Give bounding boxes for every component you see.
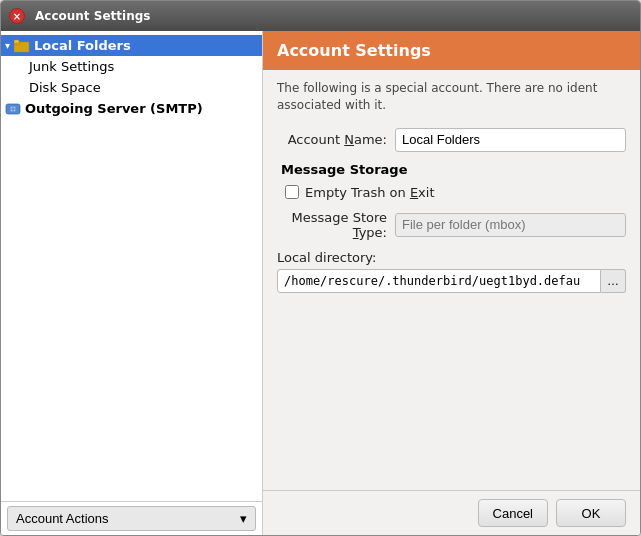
local-directory-input-wrap: … <box>277 269 626 293</box>
sidebar-item-label-disk-space: Disk Space <box>29 80 101 95</box>
message-store-type-row: Message Store Type: <box>277 210 626 240</box>
local-directory-input[interactable] <box>277 269 601 293</box>
panel-body: The following is a special account. Ther… <box>263 70 640 490</box>
cancel-button[interactable]: Cancel <box>478 499 548 527</box>
account-name-input[interactable] <box>395 128 626 152</box>
panel-header: Account Settings <box>263 31 640 70</box>
sidebar-bottom: Account Actions ▾ <box>1 501 262 535</box>
sidebar-item-disk-space[interactable]: Disk Space <box>1 77 262 98</box>
chevron-down-icon: ▾ <box>5 40 10 51</box>
panel-header-title: Account Settings <box>277 41 431 60</box>
sidebar-item-label-outgoing-server: Outgoing Server (SMTP) <box>25 101 203 116</box>
main-content: ▾ Local Folders Junk Settings <box>1 31 640 535</box>
footer: Cancel OK <box>263 490 640 535</box>
titlebar: × Account Settings <box>1 1 640 31</box>
sidebar: ▾ Local Folders Junk Settings <box>1 31 263 535</box>
browse-button[interactable]: … <box>601 269 626 293</box>
account-actions-label: Account Actions <box>16 511 109 526</box>
window: × Account Settings ▾ Local Fold <box>0 0 641 536</box>
info-text: The following is a special account. Ther… <box>277 80 626 114</box>
account-name-label: Account Name: <box>277 132 387 147</box>
empty-trash-row: Empty Trash on Exit <box>277 185 626 200</box>
right-panel: Account Settings The following is a spec… <box>263 31 640 535</box>
message-store-type-label: Message Store Type: <box>277 210 387 240</box>
sidebar-tree: ▾ Local Folders Junk Settings <box>1 31 262 501</box>
empty-trash-label[interactable]: Empty Trash on Exit <box>305 185 435 200</box>
message-storage-heading: Message Storage <box>277 162 626 177</box>
account-actions-button[interactable]: Account Actions ▾ <box>7 506 256 531</box>
svg-rect-2 <box>14 40 19 43</box>
local-directory-row: Local directory: … <box>277 250 626 293</box>
folder-icon <box>14 39 30 53</box>
sidebar-item-outgoing-server[interactable]: Outgoing Server (SMTP) <box>1 98 262 119</box>
local-directory-label: Local directory: <box>277 250 626 265</box>
sidebar-item-junk-settings[interactable]: Junk Settings <box>1 56 262 77</box>
window-title: Account Settings <box>35 9 632 23</box>
close-button[interactable]: × <box>9 8 25 24</box>
close-icon: × <box>13 11 21 22</box>
message-store-type-input <box>395 213 626 237</box>
server-icon <box>5 102 21 116</box>
sidebar-item-local-folders[interactable]: ▾ Local Folders <box>1 35 262 56</box>
account-name-row: Account Name: <box>277 128 626 152</box>
dropdown-arrow-icon: ▾ <box>240 511 247 526</box>
empty-trash-checkbox[interactable] <box>285 185 299 199</box>
ok-button[interactable]: OK <box>556 499 626 527</box>
sidebar-item-label-junk-settings: Junk Settings <box>29 59 114 74</box>
sidebar-item-label-local-folders: Local Folders <box>34 38 131 53</box>
